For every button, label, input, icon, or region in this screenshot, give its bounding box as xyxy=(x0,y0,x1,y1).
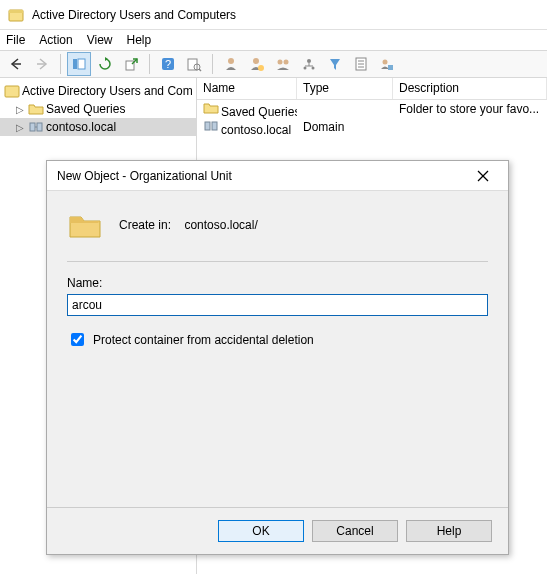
dialog-titlebar: New Object - Organizational Unit xyxy=(47,161,508,191)
name-label: Name: xyxy=(67,276,488,290)
toolbar: ? xyxy=(0,50,547,78)
ok-button[interactable]: OK xyxy=(218,520,304,542)
folder-icon xyxy=(28,101,44,117)
help-button[interactable]: Help xyxy=(406,520,492,542)
svg-rect-29 xyxy=(30,123,35,131)
svg-point-13 xyxy=(253,58,259,64)
svg-rect-30 xyxy=(37,123,42,131)
svg-point-14 xyxy=(258,65,264,71)
svg-point-20 xyxy=(304,67,307,70)
menu-bar: File Action View Help xyxy=(0,30,547,50)
expand-icon[interactable]: ▷ xyxy=(14,122,26,133)
tree-root-label: Active Directory Users and Com xyxy=(22,84,193,98)
list-row[interactable]: contoso.local Domain xyxy=(197,118,547,136)
ou-icon[interactable] xyxy=(297,52,321,76)
domain-icon xyxy=(28,119,44,135)
cancel-button[interactable]: Cancel xyxy=(312,520,398,542)
tree-saved-queries[interactable]: ▷ Saved Queries xyxy=(0,100,196,118)
expand-icon[interactable]: ▷ xyxy=(14,104,26,115)
svg-text:?: ? xyxy=(165,58,171,70)
list-header: Name Type Description xyxy=(197,78,547,100)
menu-help[interactable]: Help xyxy=(127,33,152,47)
svg-rect-1 xyxy=(9,10,23,13)
svg-rect-5 xyxy=(78,59,85,69)
export-button[interactable] xyxy=(119,52,143,76)
svg-rect-4 xyxy=(73,59,77,69)
showhide-tree-button[interactable] xyxy=(67,52,91,76)
aduc-icon xyxy=(8,7,24,23)
refresh-button[interactable] xyxy=(93,52,117,76)
col-name[interactable]: Name xyxy=(197,78,297,99)
svg-point-16 xyxy=(284,60,289,65)
find-button[interactable] xyxy=(182,52,206,76)
menu-view[interactable]: View xyxy=(87,33,113,47)
tree-root[interactable]: Active Directory Users and Com xyxy=(0,82,196,100)
back-button[interactable] xyxy=(4,52,28,76)
create-in-value: contoso.local/ xyxy=(184,218,257,232)
cell-type: Domain xyxy=(297,120,393,134)
svg-rect-33 xyxy=(212,122,217,130)
new-ou-dialog: New Object - Organizational Unit Create … xyxy=(46,160,509,555)
svg-rect-28 xyxy=(5,86,19,97)
menu-file[interactable]: File xyxy=(6,33,25,47)
user-icon[interactable] xyxy=(219,52,243,76)
folder-icon xyxy=(203,100,219,116)
dialog-footer: OK Cancel Help xyxy=(47,507,508,554)
forward-button[interactable] xyxy=(30,52,54,76)
name-input[interactable] xyxy=(67,294,488,316)
close-button[interactable] xyxy=(468,161,498,191)
svg-rect-32 xyxy=(205,122,210,130)
col-type[interactable]: Type xyxy=(297,78,393,99)
window-titlebar: Active Directory Users and Computers xyxy=(0,0,547,30)
svg-point-12 xyxy=(228,58,234,64)
protect-label: Protect container from accidental deleti… xyxy=(93,333,314,347)
cell-name: Saved Queries xyxy=(221,105,297,119)
col-description[interactable]: Description xyxy=(393,78,547,99)
svg-point-17 xyxy=(307,59,311,63)
domain-icon xyxy=(203,118,219,134)
menu-action[interactable]: Action xyxy=(39,33,72,47)
tree-domain-label: contoso.local xyxy=(46,120,116,134)
cell-desc: Folder to store your favo... xyxy=(393,102,547,116)
divider xyxy=(67,261,488,262)
list-row[interactable]: Saved Queries Folder to store your favo.… xyxy=(197,100,547,118)
list-body: Saved Queries Folder to store your favo.… xyxy=(197,100,547,136)
cell-name: contoso.local xyxy=(221,123,291,137)
svg-point-15 xyxy=(278,60,283,65)
user-add-icon[interactable] xyxy=(245,52,269,76)
help-button[interactable]: ? xyxy=(156,52,180,76)
ou-large-icon xyxy=(67,207,103,243)
tree-saved-queries-label: Saved Queries xyxy=(46,102,125,116)
svg-rect-27 xyxy=(388,65,393,70)
misc-button[interactable] xyxy=(375,52,399,76)
dialog-title: New Object - Organizational Unit xyxy=(57,169,232,183)
window-title: Active Directory Users and Computers xyxy=(32,8,236,22)
svg-point-21 xyxy=(312,67,315,70)
create-in-label: Create in: xyxy=(119,218,171,232)
filter-button[interactable] xyxy=(323,52,347,76)
props-button[interactable] xyxy=(349,52,373,76)
svg-point-26 xyxy=(383,60,388,65)
aduc-icon xyxy=(4,83,20,99)
protect-checkbox[interactable] xyxy=(71,333,84,346)
tree-domain[interactable]: ▷ contoso.local xyxy=(0,118,196,136)
group-icon[interactable] xyxy=(271,52,295,76)
svg-line-11 xyxy=(199,69,201,71)
dialog-body: Create in: contoso.local/ Name: Protect … xyxy=(47,191,508,507)
